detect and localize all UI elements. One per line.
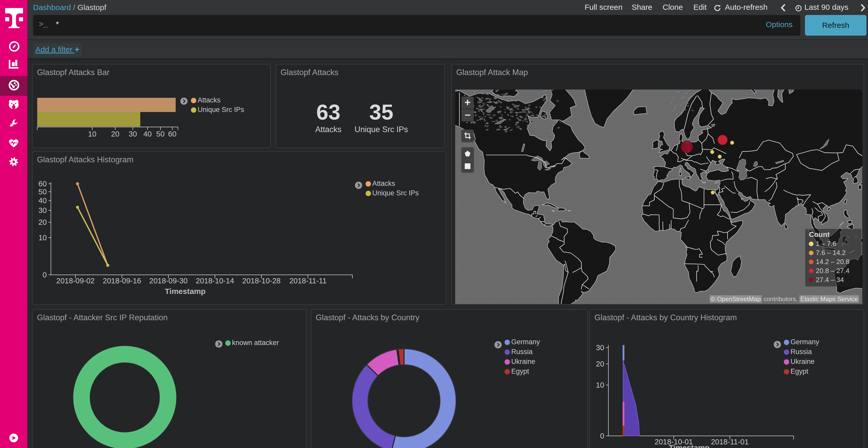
svg-text:2018-11-11: 2018-11-11 (289, 277, 327, 285)
svg-text:2018-10-14: 2018-10-14 (196, 277, 234, 285)
svg-text:50: 50 (38, 187, 47, 196)
svg-text:20: 20 (38, 218, 47, 226)
svg-text:2018-09-16: 2018-09-16 (103, 277, 141, 285)
svg-text:20: 20 (111, 130, 119, 138)
svg-text:30: 30 (38, 206, 47, 214)
svg-text:40: 40 (38, 196, 47, 205)
svg-text:60: 60 (38, 180, 47, 188)
svg-text:0: 0 (43, 271, 47, 279)
svg-text:10: 10 (596, 381, 604, 389)
svg-text:30: 30 (129, 130, 137, 138)
svg-text:40: 40 (144, 130, 152, 138)
svg-text:2018-09-30: 2018-09-30 (149, 277, 188, 285)
svg-text:0: 0 (600, 432, 604, 440)
svg-text:10: 10 (88, 130, 96, 138)
svg-text:2018-10-28: 2018-10-28 (242, 277, 281, 285)
svg-text:60: 60 (168, 130, 177, 138)
svg-text:Timestamp: Timestamp (165, 287, 206, 296)
svg-text:10: 10 (38, 234, 47, 242)
svg-text:2018-09-02: 2018-09-02 (56, 277, 95, 285)
svg-text:20: 20 (596, 360, 604, 368)
svg-text:30: 30 (596, 343, 604, 352)
svg-text:2018-11-01: 2018-11-01 (711, 438, 749, 446)
svg-text:50: 50 (156, 130, 164, 138)
svg-text:Timestamp: Timestamp (669, 443, 710, 448)
